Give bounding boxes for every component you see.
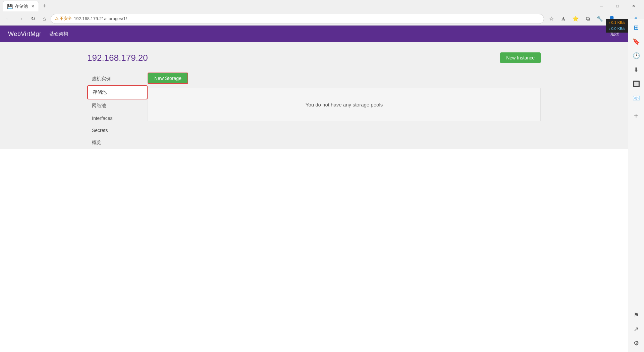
content-row: 虚机实例 存储池 网络池 Interfaces Secrets 概览 New S… (87, 73, 541, 149)
sidebar-item-secrets[interactable]: Secrets (87, 124, 148, 136)
open-external-sidebar-icon[interactable]: ↗ (630, 323, 642, 335)
new-instance-button[interactable]: New Instance (500, 52, 541, 63)
download-speed: ↓ 0.0 KB/s (608, 26, 625, 32)
refresh-button[interactable]: ↻ (28, 14, 38, 23)
app-brand: WebVirtMgr (8, 31, 41, 38)
empty-state-message: You do not have any storage pools (148, 88, 541, 121)
sidebar-item-overview[interactable]: 概览 (87, 136, 148, 149)
tab-bar: 💾 存储池 ✕ + (3, 1, 591, 11)
history-sidebar-icon[interactable]: 🕐 (630, 50, 642, 62)
storage-content: New Storage You do not have any storage … (148, 73, 541, 149)
extensions-icon[interactable]: 🔧 (594, 13, 605, 24)
title-bar: 💾 存储池 ✕ + ─ □ ✕ (0, 0, 644, 12)
sidebar-item-storage[interactable]: 存储池 (87, 85, 148, 99)
apps-sidebar-icon[interactable]: 🔲 (630, 78, 642, 90)
security-warning: ⚠ 不安全 (55, 16, 72, 21)
sidebar-item-networks[interactable]: 网络池 (87, 99, 148, 112)
side-nav: 虚机实例 存储池 网络池 Interfaces Secrets 概览 (87, 73, 148, 149)
sidebar-divider (630, 107, 643, 107)
topnav-infrastructure-link[interactable]: 基础架构 (49, 31, 68, 37)
upload-speed: ↑ 0.1 KB/s (608, 20, 625, 26)
network-speed-badge: ↑ 0.1 KB/s ↓ 0.0 KB/s (606, 19, 628, 33)
new-tab-button[interactable]: + (40, 1, 49, 11)
feedback-sidebar-icon[interactable]: ⚑ (630, 309, 642, 321)
collections-sidebar-icon[interactable]: ⊞ (630, 21, 642, 34)
edge-sidebar: ⊞ 🔖 🕐 ⬇ 🔲 📧 + ⚑ ↗ ⚙ (628, 19, 644, 352)
back-button[interactable]: ← (3, 14, 13, 23)
tab-favicon: 💾 (7, 4, 13, 9)
read-aloud-icon[interactable]: 𝐀 (558, 13, 569, 24)
browser-frame: 💾 存储池 ✕ + ─ □ ✕ ← → ↻ ⌂ ⚠ 不安全 192.168.17… (0, 0, 644, 149)
active-tab[interactable]: 💾 存储池 ✕ (3, 1, 39, 11)
downloads-sidebar-icon[interactable]: ⬇ (630, 64, 642, 76)
minimize-button[interactable]: ─ (594, 1, 609, 11)
url-text: 192.168.179.21/storages/1/ (74, 16, 127, 21)
storage-toolbar: New Storage (148, 73, 541, 84)
maximize-button[interactable]: □ (610, 1, 625, 11)
address-bar: ← → ↻ ⌂ ⚠ 不安全 192.168.179.21/storages/1/… (0, 12, 644, 26)
address-input[interactable]: ⚠ 不安全 192.168.179.21/storages/1/ (51, 14, 544, 24)
main-layout: 192.168.179.20 New Instance 虚机实例 存储池 网络池… (0, 42, 628, 149)
forward-button[interactable]: → (15, 14, 26, 23)
close-button[interactable]: ✕ (626, 1, 641, 11)
settings-sidebar-icon[interactable]: ⚙ (630, 337, 642, 349)
page-header: 192.168.179.20 New Instance (87, 52, 541, 63)
outlook-sidebar-icon[interactable]: 📧 (630, 92, 642, 104)
home-button[interactable]: ⌂ (40, 14, 49, 23)
empty-state-text: You do not have any storage pools (306, 102, 383, 107)
add-sidebar-icon[interactable]: + (630, 110, 642, 122)
page-title: 192.168.179.20 (87, 53, 148, 63)
sidebar-item-instances[interactable]: 虚机实例 (87, 73, 148, 85)
tab-close-icon[interactable]: ✕ (31, 4, 35, 9)
window-controls: ─ □ ✕ (594, 1, 641, 11)
favorites-icon[interactable]: ☆ (546, 13, 557, 24)
favorites2-icon[interactable]: ⭐ (570, 13, 581, 24)
tab-title: 存储池 (15, 3, 28, 9)
split-view-icon[interactable]: ⧉ (582, 13, 593, 24)
sidebar-item-interfaces[interactable]: Interfaces (87, 112, 148, 124)
new-storage-button[interactable]: New Storage (148, 73, 188, 84)
favorites-sidebar-icon[interactable]: 🔖 (630, 36, 642, 48)
top-navbar: WebVirtMgr 基础架构 退出 (0, 26, 628, 42)
app-content: ↑ 0.1 KB/s ↓ 0.0 KB/s WebVirtMgr 基础架构 退出… (0, 26, 628, 149)
